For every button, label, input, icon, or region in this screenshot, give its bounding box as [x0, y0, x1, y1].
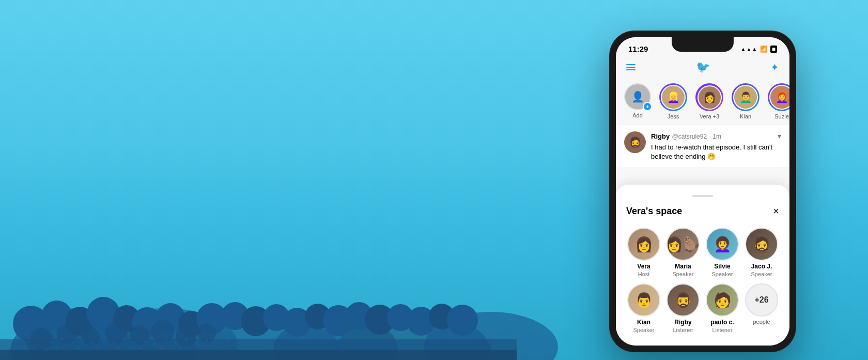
- story-suzie-label: Suzie: [774, 113, 789, 119]
- story-jess-label: Jess: [668, 113, 679, 119]
- story-add[interactable]: 👤 + Add: [624, 83, 651, 119]
- tweet-text: I had to re-watch that episode. I still …: [651, 143, 781, 161]
- phone-screen: 11:29 ▲▲▲ 📶 ■ 🐦 ✦: [616, 37, 789, 346]
- participant-silvie-role: Speaker: [712, 271, 733, 277]
- participant-kian-role: Speaker: [633, 327, 655, 333]
- tweet-chevron-icon: ▾: [778, 132, 781, 140]
- participant-silvie-avatar: 👩‍🦱: [706, 228, 739, 261]
- menu-line-3: [626, 69, 636, 70]
- menu-line-2: [626, 67, 636, 68]
- twitter-logo: 🐦: [696, 61, 710, 74]
- participant-vera-avatar: 👩: [627, 228, 660, 261]
- story-kian-ring: 👨‍🦱: [732, 83, 760, 111]
- status-icons: ▲▲▲ 📶 ■: [740, 46, 777, 53]
- tweet-header: Rigby @catsrule92 · 1m ▾: [651, 131, 781, 141]
- story-add-label: Add: [632, 112, 643, 118]
- tweet-handle: @catsrule92: [672, 133, 707, 140]
- participant-paulo[interactable]: 🧑 paulo c. Listener: [705, 283, 740, 333]
- participant-maria[interactable]: 👩‍🦫 Maria Speaker: [665, 228, 701, 277]
- menu-line-1: [626, 64, 636, 65]
- participant-kian-avatar: 👨: [627, 283, 660, 317]
- participant-plus-more[interactable]: +26 people: [744, 283, 779, 333]
- participant-vera[interactable]: 👩 Vera Host: [626, 228, 661, 277]
- participant-maria-name: Maria: [675, 263, 691, 270]
- tweet-avatar: 🧔: [624, 131, 646, 153]
- story-vera-label: Vera +3: [700, 113, 719, 119]
- participant-silvie[interactable]: 👩‍🦱 Silvie Speaker: [705, 228, 740, 277]
- sparkle-icon[interactable]: ✦: [770, 61, 779, 73]
- status-time: 11:29: [628, 44, 648, 53]
- participant-kian[interactable]: 👨 Kian Speaker: [626, 283, 661, 333]
- story-jess[interactable]: 👱‍♀️ Jess: [659, 83, 687, 119]
- participant-paulo-avatar: 🧑: [706, 283, 739, 317]
- participant-rigby[interactable]: 🧔‍♂️ Rigby Listener: [665, 283, 701, 333]
- plus-count: +26: [754, 295, 768, 305]
- phone-notch: [672, 37, 734, 52]
- participant-maria-avatar: 👩‍🦫: [667, 228, 700, 261]
- participant-jaco[interactable]: 🧔 Jaco J. Speaker: [744, 228, 779, 277]
- space-panel: Vera's space × 👩 Vera Host 👩‍🦫 Maria Spe…: [616, 185, 789, 346]
- menu-button[interactable]: [626, 64, 636, 70]
- tweet-time: 1m: [712, 133, 721, 140]
- story-kian[interactable]: 👨‍🦱 Kian: [732, 83, 760, 119]
- story-suzie[interactable]: 👩‍🦰 Suzie: [768, 83, 789, 119]
- story-vera[interactable]: 👩 Vera +3: [695, 83, 723, 119]
- space-title: Vera's space: [626, 206, 682, 217]
- phone-frame: 11:29 ▲▲▲ 📶 ■ 🐦 ✦: [610, 31, 796, 352]
- participants-grid: 👩 Vera Host 👩‍🦫 Maria Speaker 👩‍🦱 Silvie: [626, 228, 779, 333]
- twitter-topbar: 🐦 ✦: [616, 56, 789, 78]
- tweet-item[interactable]: 🧔 Rigby @catsrule92 · 1m ▾ I had to re-w…: [616, 125, 789, 168]
- signal-icon: ▲▲▲: [740, 46, 757, 52]
- tweet-meta: Rigby @catsrule92 · 1m: [651, 131, 721, 141]
- phone: 11:29 ▲▲▲ 📶 ■ 🐦 ✦: [610, 31, 796, 352]
- svg-point-27: [447, 305, 478, 336]
- add-icon: +: [643, 102, 652, 111]
- tweet-content: Rigby @catsrule92 · 1m ▾ I had to re-wat…: [651, 131, 781, 161]
- space-drag-handle: [692, 195, 713, 197]
- wifi-icon: 📶: [760, 46, 768, 53]
- participant-paulo-role: Listener: [712, 327, 732, 333]
- participant-silvie-name: Silvie: [714, 263, 730, 270]
- participant-rigby-avatar: 🧔‍♂️: [667, 283, 700, 317]
- participant-vera-role: Host: [638, 271, 650, 277]
- stories-row: 👤 + Add 👱‍♀️ Jess 👩 Ve: [616, 78, 789, 125]
- tweet-username: Rigby: [651, 132, 670, 140]
- space-close-button[interactable]: ×: [773, 205, 779, 217]
- story-add-avatar: 👤 +: [624, 83, 651, 110]
- participant-jaco-role: Speaker: [751, 271, 772, 277]
- participant-rigby-name: Rigby: [674, 319, 691, 326]
- story-kian-label: Kian: [740, 113, 751, 119]
- story-jess-ring: 👱‍♀️: [659, 83, 687, 111]
- story-vera-ring: 👩: [695, 83, 723, 111]
- participant-jaco-name: Jaco J.: [751, 263, 772, 270]
- participant-paulo-name: paulo c.: [710, 319, 734, 326]
- participant-maria-role: Speaker: [673, 271, 694, 277]
- story-suzie-ring: 👩‍🦰: [768, 83, 789, 111]
- battery-icon: ■: [770, 46, 777, 53]
- participant-vera-name: Vera: [637, 263, 650, 270]
- participant-jaco-avatar: 🧔: [745, 228, 778, 261]
- space-header: Vera's space ×: [626, 205, 779, 217]
- participant-plus-label: people: [753, 319, 770, 325]
- participant-plus-avatar: +26: [745, 283, 778, 317]
- participant-kian-name: Kian: [637, 319, 650, 326]
- participant-rigby-role: Listener: [673, 327, 693, 333]
- svg-rect-76: [0, 350, 517, 360]
